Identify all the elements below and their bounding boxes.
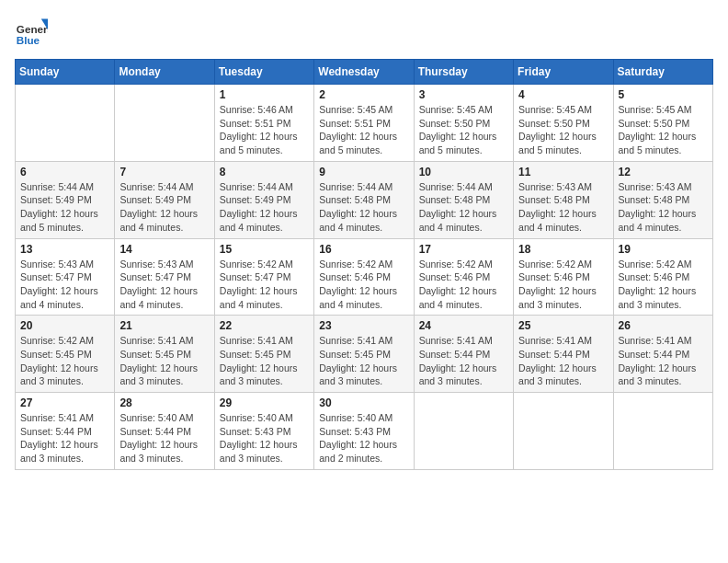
day-info: Sunrise: 5:41 AMSunset: 5:44 PMDaylight:… [619,334,708,388]
day-info: Sunrise: 5:45 AMSunset: 5:50 PMDaylight:… [619,103,708,157]
calendar-day-cell: 10 Sunrise: 5:44 AMSunset: 5:48 PMDaylig… [414,161,513,238]
calendar-day-cell: 30 Sunrise: 5:40 AMSunset: 5:43 PMDaylig… [314,393,414,470]
day-info: Sunrise: 5:42 AMSunset: 5:46 PMDaylight:… [419,258,508,312]
day-number: 7 [119,166,209,178]
calendar-day-cell: 6 Sunrise: 5:44 AMSunset: 5:49 PMDayligh… [16,161,115,238]
day-info: Sunrise: 5:41 AMSunset: 5:45 PMDaylight:… [119,334,209,388]
calendar-day-cell: 22 Sunrise: 5:41 AMSunset: 5:45 PMDaylig… [214,316,313,393]
weekday-header-cell: Monday [115,60,214,85]
calendar-day-cell: 13 Sunrise: 5:43 AMSunset: 5:47 PMDaylig… [16,238,115,316]
day-info: Sunrise: 5:46 AMSunset: 5:51 PMDaylight:… [220,103,309,157]
day-number: 9 [319,166,408,178]
calendar-day-cell: 14 Sunrise: 5:43 AMSunset: 5:47 PMDaylig… [115,238,214,316]
day-info: Sunrise: 5:44 AMSunset: 5:49 PMDaylight:… [220,180,309,235]
calendar-day-cell [16,85,115,162]
day-number: 14 [119,243,209,256]
day-number: 25 [518,319,608,332]
calendar-day-cell: 25 Sunrise: 5:41 AMSunset: 5:44 PMDaylig… [514,316,613,393]
calendar-day-cell: 24 Sunrise: 5:41 AMSunset: 5:44 PMDaylig… [414,316,513,393]
day-info: Sunrise: 5:42 AMSunset: 5:47 PMDaylight:… [220,258,309,312]
calendar-table: SundayMondayTuesdayWednesdayThursdayFrid… [15,59,713,470]
svg-text:Blue: Blue [17,34,40,46]
day-number: 22 [220,319,309,332]
day-number: 15 [220,243,309,256]
day-info: Sunrise: 5:44 AMSunset: 5:49 PMDaylight:… [119,180,209,235]
day-info: Sunrise: 5:40 AMSunset: 5:44 PMDaylight:… [119,411,209,465]
weekday-header-cell: Wednesday [314,60,414,85]
calendar-day-cell: 9 Sunrise: 5:44 AMSunset: 5:48 PMDayligh… [314,161,414,238]
day-info: Sunrise: 5:45 AMSunset: 5:50 PMDaylight:… [419,103,508,157]
day-number: 18 [518,243,608,256]
calendar-week-row: 13 Sunrise: 5:43 AMSunset: 5:47 PMDaylig… [16,238,713,316]
day-number: 12 [619,166,708,178]
day-info: Sunrise: 5:41 AMSunset: 5:45 PMDaylight:… [220,334,309,388]
calendar-week-row: 20 Sunrise: 5:42 AMSunset: 5:45 PMDaylig… [16,316,713,393]
calendar-day-cell: 29 Sunrise: 5:40 AMSunset: 5:43 PMDaylig… [214,393,313,470]
logo-icon: General Blue [15,15,48,48]
day-number: 19 [619,243,708,256]
weekday-header-row: SundayMondayTuesdayWednesdayThursdayFrid… [16,60,713,85]
weekday-header-cell: Thursday [414,60,513,85]
calendar-day-cell [514,393,613,470]
day-info: Sunrise: 5:45 AMSunset: 5:51 PMDaylight:… [319,103,408,157]
calendar-week-row: 6 Sunrise: 5:44 AMSunset: 5:49 PMDayligh… [16,161,713,238]
day-info: Sunrise: 5:43 AMSunset: 5:47 PMDaylight:… [119,258,209,312]
logo: General Blue [15,15,51,48]
day-number: 8 [220,166,309,178]
day-info: Sunrise: 5:41 AMSunset: 5:44 PMDaylight:… [20,411,109,465]
day-info: Sunrise: 5:43 AMSunset: 5:48 PMDaylight:… [619,180,708,235]
calendar-day-cell: 3 Sunrise: 5:45 AMSunset: 5:50 PMDayligh… [414,85,513,162]
day-number: 26 [619,319,708,332]
calendar-week-row: 1 Sunrise: 5:46 AMSunset: 5:51 PMDayligh… [16,85,713,162]
calendar-day-cell [115,85,214,162]
day-number: 10 [419,166,508,178]
day-info: Sunrise: 5:40 AMSunset: 5:43 PMDaylight:… [319,411,408,465]
day-number: 6 [20,166,109,178]
svg-text:General: General [17,23,48,35]
day-number: 24 [419,319,508,332]
day-number: 11 [518,166,608,178]
day-number: 17 [419,243,508,256]
calendar-day-cell: 5 Sunrise: 5:45 AMSunset: 5:50 PMDayligh… [613,85,712,162]
calendar-day-cell: 1 Sunrise: 5:46 AMSunset: 5:51 PMDayligh… [214,85,313,162]
calendar-day-cell: 11 Sunrise: 5:43 AMSunset: 5:48 PMDaylig… [514,161,613,238]
calendar-day-cell: 7 Sunrise: 5:44 AMSunset: 5:49 PMDayligh… [115,161,214,238]
day-info: Sunrise: 5:43 AMSunset: 5:48 PMDaylight:… [518,180,608,235]
day-info: Sunrise: 5:43 AMSunset: 5:47 PMDaylight:… [20,258,109,312]
day-number: 20 [20,319,109,332]
calendar-day-cell: 21 Sunrise: 5:41 AMSunset: 5:45 PMDaylig… [115,316,214,393]
day-number: 23 [319,319,408,332]
calendar-day-cell: 18 Sunrise: 5:42 AMSunset: 5:46 PMDaylig… [514,238,613,316]
calendar-day-cell: 16 Sunrise: 5:42 AMSunset: 5:46 PMDaylig… [314,238,414,316]
day-info: Sunrise: 5:41 AMSunset: 5:45 PMDaylight:… [319,334,408,388]
day-number: 21 [119,319,209,332]
calendar-day-cell: 4 Sunrise: 5:45 AMSunset: 5:50 PMDayligh… [514,85,613,162]
calendar-day-cell: 19 Sunrise: 5:42 AMSunset: 5:46 PMDaylig… [613,238,712,316]
day-info: Sunrise: 5:41 AMSunset: 5:44 PMDaylight:… [419,334,508,388]
weekday-header-cell: Friday [514,60,613,85]
weekday-header-cell: Tuesday [214,60,313,85]
day-number: 27 [20,396,109,409]
day-number: 5 [619,88,708,101]
day-info: Sunrise: 5:44 AMSunset: 5:48 PMDaylight:… [419,180,508,235]
calendar-day-cell: 27 Sunrise: 5:41 AMSunset: 5:44 PMDaylig… [16,393,115,470]
day-info: Sunrise: 5:45 AMSunset: 5:50 PMDaylight:… [518,103,608,157]
day-number: 30 [319,396,408,409]
day-info: Sunrise: 5:42 AMSunset: 5:45 PMDaylight:… [20,334,109,388]
day-info: Sunrise: 5:44 AMSunset: 5:48 PMDaylight:… [319,180,408,235]
calendar-day-cell: 23 Sunrise: 5:41 AMSunset: 5:45 PMDaylig… [314,316,414,393]
calendar-day-cell: 2 Sunrise: 5:45 AMSunset: 5:51 PMDayligh… [314,85,414,162]
day-info: Sunrise: 5:42 AMSunset: 5:46 PMDaylight:… [319,258,408,312]
calendar-day-cell: 8 Sunrise: 5:44 AMSunset: 5:49 PMDayligh… [214,161,313,238]
page-header: General Blue [15,15,713,48]
calendar-day-cell: 12 Sunrise: 5:43 AMSunset: 5:48 PMDaylig… [613,161,712,238]
day-info: Sunrise: 5:41 AMSunset: 5:44 PMDaylight:… [518,334,608,388]
calendar-day-cell: 26 Sunrise: 5:41 AMSunset: 5:44 PMDaylig… [613,316,712,393]
day-number: 4 [518,88,608,101]
day-info: Sunrise: 5:42 AMSunset: 5:46 PMDaylight:… [619,258,708,312]
day-number: 2 [319,88,408,101]
day-number: 13 [20,243,109,256]
weekday-header-cell: Sunday [16,60,115,85]
day-number: 29 [220,396,309,409]
calendar-week-row: 27 Sunrise: 5:41 AMSunset: 5:44 PMDaylig… [16,393,713,470]
